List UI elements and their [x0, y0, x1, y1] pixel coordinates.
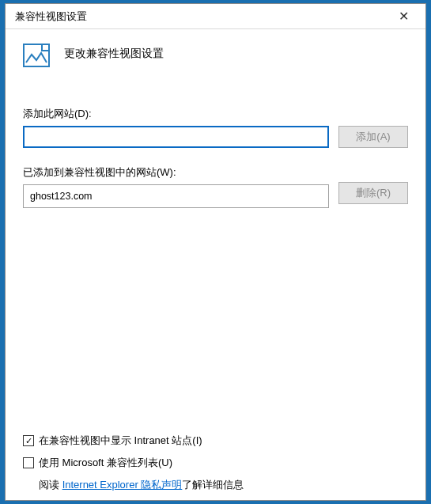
compatibility-icon [23, 44, 50, 67]
window-title: 兼容性视图设置 [15, 9, 87, 24]
header-row: 更改兼容性视图设置 [23, 44, 408, 67]
ms-list-checkbox-label: 使用 Microsoft 兼容性列表(U) [39, 456, 172, 470]
list-item[interactable]: ghost123.com [30, 190, 322, 203]
list-row: 已添加到兼容性视图中的网站(W): ghost123.com 删除(R) [23, 165, 408, 423]
add-website-input[interactable] [23, 126, 329, 148]
remove-button[interactable]: 删除(R) [338, 182, 408, 204]
checkbox-icon: ✓ [23, 435, 34, 446]
close-button[interactable]: ✕ [388, 6, 419, 28]
add-button[interactable]: 添加(A) [338, 126, 408, 148]
intranet-checkbox-row[interactable]: ✓ 在兼容性视图中显示 Intranet 站点(I) [23, 434, 408, 448]
websites-listbox[interactable]: ghost123.com [23, 184, 329, 208]
websites-list-label: 已添加到兼容性视图中的网站(W): [23, 165, 329, 180]
titlebar: 兼容性视图设置 ✕ [6, 4, 425, 29]
header-title: 更改兼容性视图设置 [64, 44, 164, 61]
info-suffix: 了解详细信息 [182, 479, 244, 491]
add-website-label: 添加此网站(D): [23, 107, 408, 121]
content-area: 更改兼容性视图设置 添加此网站(D): 添加(A) 已添加到兼容性视图中的网站(… [6, 29, 425, 500]
close-icon: ✕ [399, 9, 409, 24]
intranet-checkbox-label: 在兼容性视图中显示 Intranet 站点(I) [39, 434, 202, 448]
list-side: 删除(R) [338, 165, 408, 204]
info-row: 阅读 Internet Explorer 隐私声明了解详细信息 [23, 478, 408, 492]
list-col: 已添加到兼容性视图中的网站(W): ghost123.com [23, 165, 329, 208]
dialog-window: 兼容性视图设置 ✕ 更改兼容性视图设置 添加此网站(D): 添加(A [5, 3, 426, 501]
checkbox-icon [23, 457, 34, 468]
svg-rect-0 [24, 44, 49, 66]
privacy-link[interactable]: Internet Explorer 隐私声明 [62, 479, 183, 491]
ms-list-checkbox-row[interactable]: 使用 Microsoft 兼容性列表(U) [23, 456, 408, 470]
svg-rect-1 [42, 44, 49, 51]
add-website-row: 添加(A) [23, 126, 408, 148]
info-prefix: 阅读 [39, 479, 62, 491]
